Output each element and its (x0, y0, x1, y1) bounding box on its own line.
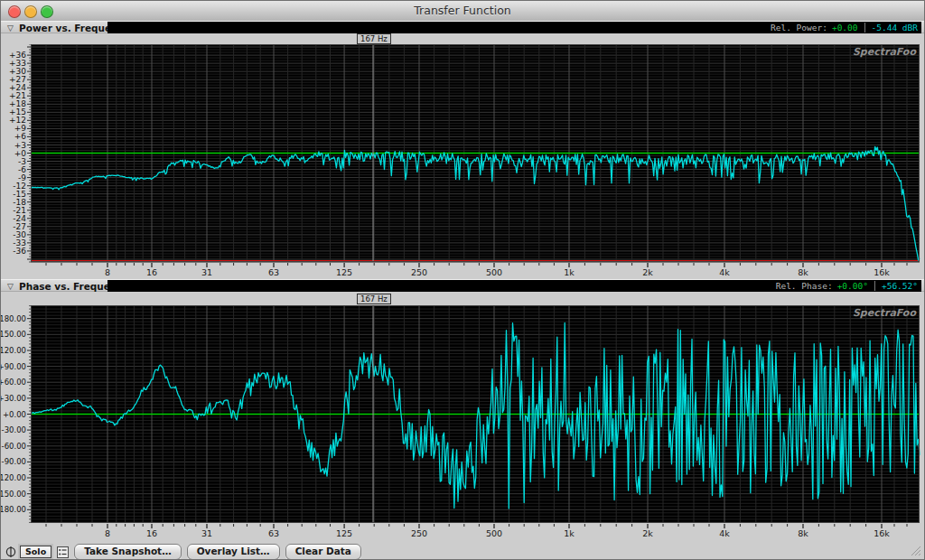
disclosure-triangle-icon[interactable]: ▽ (7, 282, 14, 291)
readout-divider (864, 23, 865, 33)
power-panel-header: ▽ Power vs. Frequency Rel. Power: +0.00 … (1, 21, 924, 33)
x-axis-tick-label: 2k (642, 267, 653, 277)
x-axis-tick-label: 125 (336, 528, 352, 538)
y-axis-tick-label: -120.00 (1, 473, 26, 482)
rel-power-label: Rel. Power: (771, 23, 827, 33)
power-level-value: -5.44 dBR (872, 23, 918, 33)
y-axis-tick-label: -180.00 (1, 505, 26, 514)
x-axis-tick-label: 8 (105, 267, 110, 277)
spectrafoo-logo: SpectraFoo (853, 307, 918, 319)
y-axis-tick-label: +150.00 (1, 330, 26, 339)
y-axis-tick-label: +120.00 (1, 346, 26, 355)
x-axis-tick-label: 4k (719, 528, 730, 538)
x-axis-tick-label: 4k (719, 267, 730, 277)
x-axis-minor-ticks (46, 263, 907, 266)
x-axis-tick-label: 1k (564, 267, 575, 277)
y-axis-tick-label: +90.00 (1, 362, 26, 371)
x-axis-tick-label: 16k (874, 528, 890, 538)
y-axis-tick-label: +0.00 (3, 410, 26, 419)
phase-vs-frequency-plot[interactable]: 81631631252505001k2k4k8k16k+180.00+150.0… (1, 305, 925, 539)
x-axis-tick-label: 63 (268, 528, 279, 538)
x-axis-minor-ticks (46, 524, 907, 527)
y-axis-tick-label: +30.00 (1, 394, 26, 403)
y-axis-tick-label: -30.00 (2, 425, 26, 434)
x-axis-tick-label: 2k (642, 528, 653, 538)
disclosure-triangle-icon[interactable]: ▽ (7, 23, 14, 33)
y-axis-tick-label: -90.00 (2, 457, 26, 466)
x-axis-tick-label: 8k (798, 528, 808, 538)
x-axis-tick-label: 8k (798, 267, 808, 277)
power-vs-frequency-plot[interactable]: 81631631252505001k2k4k8k16k+36+33+30+27+… (1, 44, 925, 278)
app-window: Transfer Function ▽ Power vs. Frequency … (0, 0, 925, 560)
x-axis-tick-label: 250 (411, 267, 427, 277)
channel-icon[interactable] (5, 546, 17, 558)
solo-button[interactable]: Solo (20, 546, 51, 558)
spectrafoo-logo: SpectraFoo (853, 46, 918, 58)
x-axis-tick-label: 8 (105, 528, 110, 538)
rel-power-value: +0.00 (832, 23, 858, 33)
y-axis-tick-label: -36 (13, 247, 26, 256)
x-axis-tick-label: 63 (268, 267, 279, 277)
bottom-toolbar: Solo Take Snapshot… Overlay List… Clear … (1, 543, 924, 560)
phase-panel-header: ▽ Phase vs. Frequency Rel. Phase: +0.00°… (1, 279, 924, 292)
power-readout-bar: Rel. Power: +0.00 -5.44 dBR (107, 22, 921, 33)
y-axis-tick-label: +180.00 (1, 314, 26, 323)
x-axis-tick-label: 125 (336, 267, 352, 277)
rel-phase-value: +0.00° (837, 281, 868, 291)
resize-grip[interactable] (909, 544, 921, 556)
phase-cursor-frequency-tag[interactable]: 167 Hz (357, 294, 391, 304)
y-axis-major-ticks (27, 47, 31, 259)
x-axis-tick-label: 16 (146, 267, 157, 277)
take-snapshot-button[interactable]: Take Snapshot… (74, 544, 181, 560)
clear-data-button[interactable]: Clear Data (285, 544, 361, 560)
x-axis-tick-label: 250 (411, 528, 427, 538)
y-axis-tick-label: -150.00 (1, 490, 26, 499)
x-axis-tick-label: 16 (146, 528, 157, 538)
rel-phase-label: Rel. Phase: (776, 281, 833, 291)
x-axis-tick-label: 500 (486, 267, 502, 277)
phase-readout-bar: Rel. Phase: +0.00° +56.52° (107, 280, 921, 292)
overlay-list-button[interactable]: Overlay List… (187, 544, 280, 560)
readout-divider (874, 281, 875, 291)
x-axis-tick-label: 16k (874, 267, 890, 277)
title-bar[interactable]: Transfer Function (1, 1, 924, 22)
x-axis-tick-label: 500 (486, 528, 502, 538)
phase-angle-value: +56.52° (882, 281, 918, 291)
x-axis-tick-label: 1k (564, 528, 575, 538)
power-cursor-frequency-tag[interactable]: 167 Hz (357, 33, 391, 44)
y-axis-tick-label: -60.00 (2, 442, 26, 451)
x-axis-tick-label: 31 (201, 528, 212, 538)
y-axis-tick-label: +60.00 (1, 378, 26, 387)
window-title: Transfer Function (1, 4, 924, 17)
list-icon[interactable] (57, 546, 69, 558)
x-axis-tick-label: 31 (201, 267, 212, 277)
